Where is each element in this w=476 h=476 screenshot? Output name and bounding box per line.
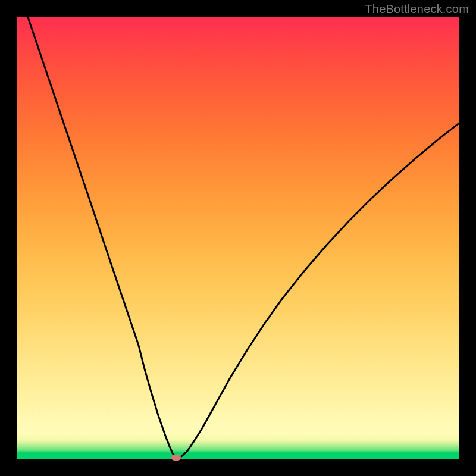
curve-svg <box>17 17 459 459</box>
plot-area <box>17 17 459 459</box>
marker-dot <box>171 455 181 461</box>
watermark-text: TheBottleneck.com <box>365 2 469 16</box>
chart-frame: TheBottleneck.com <box>0 0 476 476</box>
bottleneck-curve <box>28 17 459 458</box>
